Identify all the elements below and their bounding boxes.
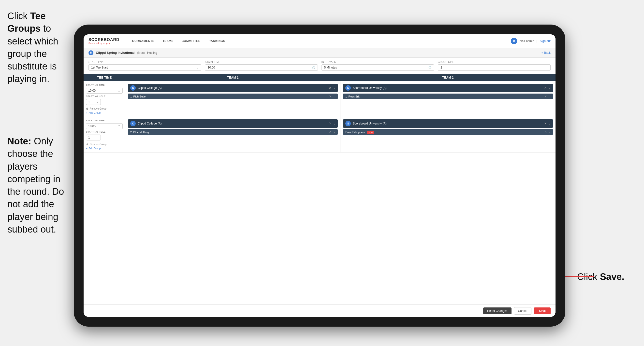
player-row-2-2: Dave Billingham SUB ✕ ⌄ [343,129,553,135]
nav-right: B blair admin | Sign out [511,38,550,44]
grid-header: Tee Time Team 1 Team 2 [84,74,556,81]
cancel-button[interactable]: Cancel [514,307,532,315]
instruction-note: Note: Only choose the players competing … [0,130,81,241]
nav-username: blair admin [520,39,534,43]
team2-card-1[interactable]: S Scoreboard University (A) ✕ ⌄ [343,84,553,92]
sub-header-logo: B [88,50,94,55]
starting-time-label-2: STARTING TIME: [86,119,123,122]
group-size-group: Group Size 2 ⌄ [438,61,550,71]
team1-remove-icon-2[interactable]: ✕ [329,122,331,125]
settings-row: Start Type 1st Tee Start ⌄ Start Time 10… [84,58,556,74]
nav-logo-sub: Powered by clippd [88,42,120,44]
tablet-screen: SCOREBOARD Powered by clippd TOURNAMENTS… [84,34,556,317]
player-row-1-2: 1. Rees Britt ✕ ⌄ [343,94,553,99]
trash-icon-1: 🗑 [86,107,88,110]
hole-arrow-icon-2: ⌄ [96,136,98,139]
add-group-button-1[interactable]: + Add Group [86,111,123,114]
team1-name-2: Clippd College (A) [138,122,162,125]
instruction-main: Click Tee Groups to select which group t… [0,5,79,90]
navbar: SCOREBOARD Powered by clippd TOURNAMENTS… [84,34,556,48]
starting-time-input-1[interactable]: 10:00 ⏱ [86,88,123,94]
time-clock-icon-1: ⏱ [118,89,120,92]
player-row-2-1: 2. Blair McHarg ✕ ⌄ [128,129,338,135]
team2-remove-icon-1[interactable]: ✕ [544,86,547,90]
starting-time-label-1: STARTING TIME: [86,84,123,86]
player-name-1-1: 1. Rich Butler [130,95,146,98]
team2-remove-icon-2[interactable]: ✕ [544,122,547,125]
start-time-group: Start Time 10:00 🕐 [205,61,318,71]
team1-remove-icon-1[interactable]: ✕ [329,86,331,90]
player-expand-icon-1-1: ⌄ [333,95,335,98]
starting-hole-input-1[interactable]: 1 ⌄ [86,99,101,105]
team1-expand-icon-1: ⌄ [333,87,335,89]
hosting-label: Hosting [147,51,157,54]
player-remove-icon-2-1[interactable]: ✕ [329,130,331,134]
group-row-2: STARTING TIME: 10:05 ⏱ STARTING HOLE: 1 … [84,117,556,152]
player-remove-icon-1-2[interactable]: ✕ [544,95,547,98]
nav-teams[interactable]: TEAMS [159,38,177,44]
team2-expand-icon-2: ⌄ [549,122,550,125]
tournament-name: Clippd Spring Invitational [96,51,134,54]
plus-icon-2: + [86,147,88,150]
player-name-2-2: Dave Billingham SUB [345,131,374,134]
start-type-label: Start Type [88,61,201,63]
tablet-frame: SCOREBOARD Powered by clippd TOURNAMENTS… [74,24,565,327]
group-1-time-col: STARTING TIME: 10:00 ⏱ STARTING HOLE: 1 … [84,81,125,117]
sub-header: B Clippd Spring Invitational (Men) Hosti… [84,48,556,58]
starting-hole-input-2[interactable]: 1 ⌄ [86,135,101,140]
player-name-2-1: 2. Blair McHarg [130,131,149,134]
team1-card-1[interactable]: C Clippd College (A) ✕ ⌄ [128,84,338,92]
start-time-label: Start Time [205,61,318,63]
team1-avatar-2: C [130,121,136,126]
starting-time-input-2[interactable]: 10:05 ⏱ [86,123,123,129]
start-type-arrow-icon: ⌄ [197,66,198,69]
trash-icon-2: 🗑 [86,143,88,146]
nav-links: TOURNAMENTS TEAMS COMMITTEE RANKINGS [127,38,511,44]
sub-badge: SUB [367,131,374,134]
team1-card-2[interactable]: C Clippd College (A) ✕ ⌄ [128,119,338,128]
team2-header: Team 2 [340,74,556,81]
team2-card-2[interactable]: S Scoreboard University (A) ✕ ⌄ [343,119,553,128]
sign-out-link[interactable]: Sign out [540,39,550,43]
nav-tournaments[interactable]: TOURNAMENTS [127,38,158,44]
intervals-label: Intervals [322,61,434,63]
starting-hole-label-2: STARTING HOLE: [86,131,123,133]
player-remove-icon-1-1[interactable]: ✕ [329,95,331,98]
group-2-team1-col: C Clippd College (A) ✕ ⌄ 2. Blair McHarg… [125,117,340,152]
player-remove-icon-2-2[interactable]: ✕ [544,130,547,134]
time-clock-icon-2: ⏱ [118,125,120,128]
player-expand-icon-2-2: ⌄ [549,131,550,133]
group-1-team2-col: S Scoreboard University (A) ✕ ⌄ 1. Rees … [340,81,556,117]
start-type-group: Start Type 1st Tee Start ⌄ [88,61,201,71]
hole-arrow-icon-1: ⌄ [96,101,98,103]
start-type-select[interactable]: 1st Tee Start ⌄ [88,64,201,71]
group-size-select[interactable]: 2 ⌄ [438,64,550,71]
intervals-clock-icon: 🕐 [428,66,432,69]
player-row-1-1: 1. Rich Butler ✕ ⌄ [128,94,338,99]
intervals-select[interactable]: 5 Minutes 🕐 [322,64,434,71]
team1-header: Team 1 [125,74,340,81]
start-time-select[interactable]: 10:00 🕐 [205,64,318,71]
add-group-button-2[interactable]: + Add Group [86,147,123,150]
group-1-team1-col: C Clippd College (A) ✕ ⌄ 1. Rich Butler … [125,81,340,117]
tournament-gender: (Men) [137,51,144,54]
player-expand-icon-1-2: ⌄ [549,95,550,98]
team2-name-2: Scoreboard University (A) [353,122,386,125]
back-button[interactable]: < Back [542,51,550,54]
footer: Reset Changes Cancel Save [84,305,556,317]
team2-name-1: Scoreboard University (A) [353,86,386,90]
team2-avatar-2: S [345,121,351,126]
group-size-label: Group Size [438,61,550,63]
nav-committee[interactable]: COMMITTEE [178,38,204,44]
starting-hole-label-1: STARTING HOLE: [86,95,123,97]
reset-changes-button[interactable]: Reset Changes [483,308,512,314]
team2-expand-icon-1: ⌄ [549,87,550,89]
remove-group-button-2[interactable]: 🗑 Remove Group [86,143,123,146]
group-2-time-col: STARTING TIME: 10:05 ⏱ STARTING HOLE: 1 … [84,117,125,152]
nav-rankings[interactable]: RANKINGS [205,38,228,44]
save-button[interactable]: Save [534,308,550,314]
team2-avatar-1: S [345,85,351,91]
remove-group-button-1[interactable]: 🗑 Remove Group [86,107,123,110]
group-row: STARTING TIME: 10:00 ⏱ STARTING HOLE: 1 … [84,81,556,117]
nav-logo: SCOREBOARD Powered by clippd [88,37,120,44]
